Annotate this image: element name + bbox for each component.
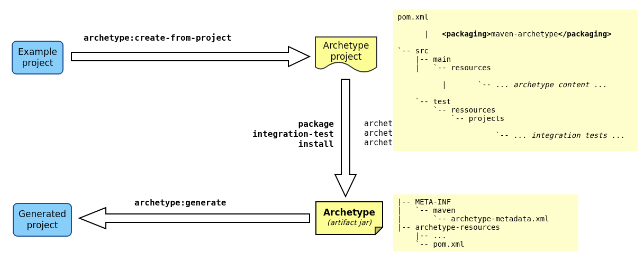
generated-line1: Generated: [19, 209, 66, 219]
arrow-generate: [79, 208, 310, 229]
archetype-project-line1: Archetype: [323, 40, 369, 51]
label-create-from-project: archetype:create-from-project: [84, 33, 231, 43]
arrow-package-install: [335, 79, 356, 197]
archetype-jar-title: Archetype: [323, 207, 375, 218]
archetype-project-line2: project: [330, 51, 361, 62]
example-project-node: Example project: [12, 41, 63, 74]
archetype-jar-node: Archetype (artifact jar): [316, 202, 383, 232]
archetype-project-tree: pom.xml | <packaging>maven-archetype</pa…: [393, 10, 638, 151]
example-line1: Example: [18, 46, 57, 57]
archetype-project-node: Archetype project: [315, 37, 377, 66]
generated-project-node: Generated project: [13, 203, 71, 236]
label-package-install: package integration-test install: [249, 119, 334, 149]
example-line2: project: [22, 58, 53, 68]
generated-line2: project: [26, 220, 58, 230]
label-generate: archetype:generate: [134, 198, 226, 208]
archetype-jar-sub: (artifact jar): [327, 218, 371, 228]
archetype-jar-tree: |-- META-INF | `-- maven | `-- archetype…: [393, 194, 578, 251]
tree-proj-l1: pom.xml: [397, 13, 429, 21]
arrow-create-from-project: [71, 46, 310, 67]
